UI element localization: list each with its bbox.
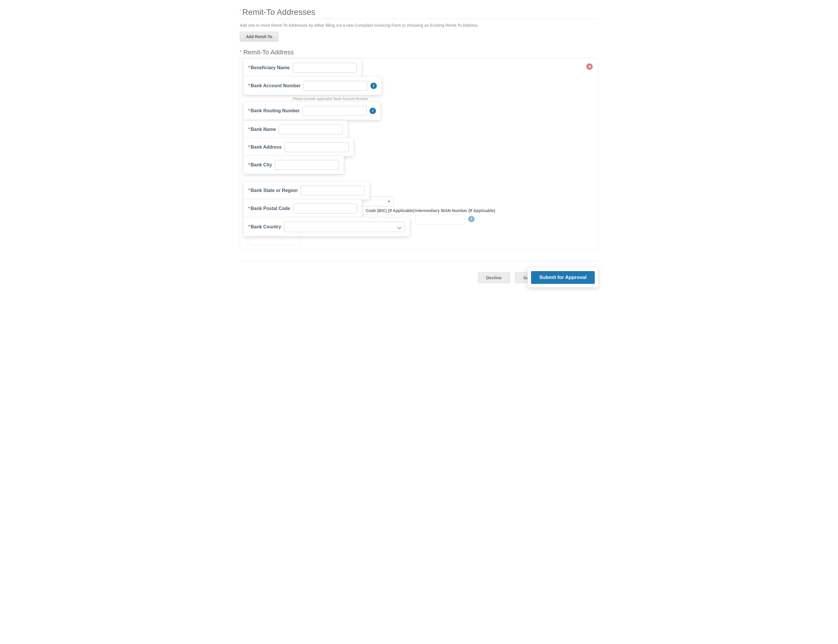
required-indicator: * [248,83,250,88]
bank-state-input[interactable] [301,186,365,196]
info-icon[interactable]: i [370,83,377,89]
remove-card-icon[interactable] [586,63,593,70]
bank-country-select-wrap [284,222,405,232]
bank-address-label: *Bank Address [248,145,282,150]
chevron-down-icon [388,201,391,202]
info-icon[interactable]: i [370,108,376,114]
remit-to-address-subheader: * Remit-To Address [240,49,598,56]
required-indicator: * [248,65,250,70]
bank-state-label: *Bank State or Region [248,188,297,193]
submit-highlight-wrap: Submit for Approval [527,268,598,288]
beneficiary-name-card: *Beneficiary Name [243,59,361,77]
bank-routing-number-input[interactable] [302,106,366,116]
section-title-text: Remit-To Addresses [242,8,315,17]
bank-name-card: *Bank Name [243,120,347,138]
required-indicator: * [240,9,241,13]
bank-country-select[interactable] [284,222,405,232]
remit-to-address-text: Remit-To Address [243,49,294,56]
bg-intermediary-bic-label: Code (BIC) (If Applicable) [366,208,415,213]
bank-city-card: *Bank City [243,156,343,174]
required-indicator: * [248,206,250,211]
required-indicator: * [248,188,250,193]
page-root: * Remit-To Addresses Add one or more Rem… [240,0,598,299]
bg-input-bottom[interactable] [249,235,301,245]
bank-account-number-label: *Bank Account Number [248,83,301,89]
submit-for-approval-button[interactable]: Submit for Approval [531,271,595,284]
bank-address-card: *Bank Address [243,138,353,156]
bank-account-number-input[interactable] [304,81,368,91]
required-indicator: * [248,224,250,229]
bank-routing-number-card: *Bank Routing Number i [243,102,381,120]
section-help-text: Add one or more Remit-To Addresses by ei… [240,23,598,28]
beneficiary-name-input[interactable] [293,63,357,73]
info-icon[interactable]: i [468,216,475,222]
bank-name-input[interactable] [279,125,343,135]
info-glyph: i [372,108,373,113]
bank-city-label: *Bank City [248,162,272,168]
bank-city-input[interactable] [275,160,339,170]
bank-address-input[interactable] [284,142,348,152]
bg-input-iban[interactable] [415,215,465,225]
bank-postal-label: *Bank Postal Code [248,206,290,211]
decline-button[interactable]: Decline [478,272,510,283]
bg-intermediary-iban-label: Intermediary IBAN Number (If Applicable) [415,208,495,213]
info-glyph: i [373,84,374,88]
beneficiary-name-label: *Beneficiary Name [248,65,290,71]
required-indicator: * [248,162,250,167]
required-indicator: * [248,127,250,132]
required-indicator: * [248,108,250,113]
add-remit-to-button[interactable]: Add Remit-To [240,32,278,42]
remit-to-card: Beneficiary Name Bank Name Code (BIC) (I… [240,58,598,250]
bank-postal-card: *Bank Postal Code [243,200,361,218]
bank-account-number-card: *Bank Account Number i [243,77,381,95]
bank-account-number-helper: Please provide applicable Bank Account N… [293,97,368,101]
required-indicator: * [248,145,250,150]
section-title: * Remit-To Addresses [240,8,598,17]
required-indicator: * [240,50,242,55]
info-glyph: i [471,217,472,221]
bank-name-label: *Bank Name [248,127,276,132]
footer-action-bar: Decline Sa Submit for Approval [240,261,598,288]
bank-country-label: *Bank Country [248,224,281,230]
bank-country-card: *Bank Country [243,218,409,236]
bank-routing-number-label: *Bank Routing Number [248,108,300,113]
bank-postal-input[interactable] [293,204,357,214]
bank-state-card: *Bank State or Region [243,181,369,200]
